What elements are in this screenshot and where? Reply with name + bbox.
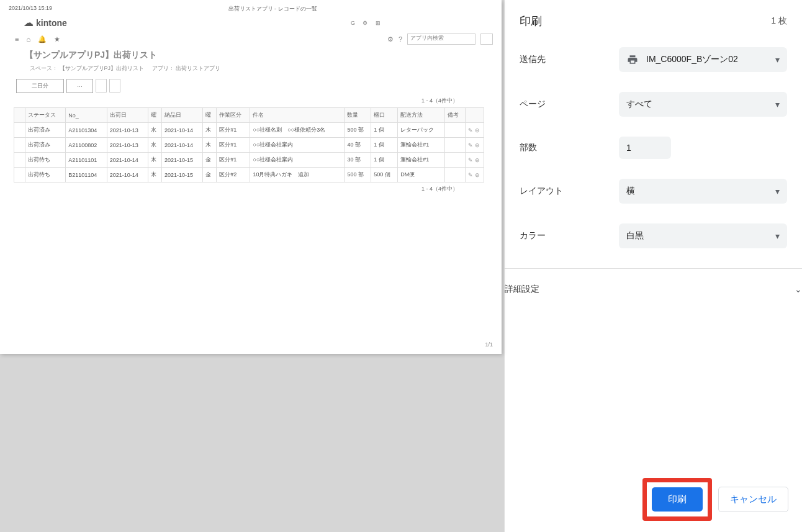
row-actions: ✎ ⊖ bbox=[466, 123, 484, 138]
pages-value: すべて bbox=[626, 99, 775, 110]
table-header: No_ bbox=[66, 108, 107, 123]
filter-small-btn-2 bbox=[109, 79, 120, 92]
table-header: 数量 bbox=[345, 108, 371, 123]
brand-name: kintone bbox=[36, 18, 67, 28]
color-select[interactable]: 白黒 ▾ bbox=[619, 223, 787, 248]
color-value: 白黒 bbox=[626, 230, 775, 241]
preview-page-number: 1/1 bbox=[485, 341, 493, 348]
home-icon: ⌂ bbox=[26, 35, 30, 43]
gear-icon: ⚙ bbox=[387, 35, 394, 43]
chevron-down-icon: ▾ bbox=[775, 99, 780, 109]
search-input: アプリ内検索 bbox=[407, 34, 475, 45]
pages-label: ページ bbox=[520, 99, 619, 110]
star-icon: ★ bbox=[54, 35, 60, 43]
table-row: 出荷待ちA211011012021-10-14木2021-10-15金区分#1○… bbox=[14, 153, 484, 168]
row-actions: ✎ ⊖ bbox=[466, 153, 484, 168]
bell-icon: 🔔 bbox=[38, 35, 47, 43]
help-icon: ? bbox=[399, 35, 402, 43]
destination-label: 送信先 bbox=[520, 54, 619, 65]
table-header: 備考 bbox=[445, 108, 466, 123]
table-header: 梱口 bbox=[371, 108, 398, 123]
chevron-down-icon: ▾ bbox=[775, 231, 780, 241]
table-header: 件名 bbox=[250, 108, 345, 123]
record-count-bottom: 1 - 4（4件中） bbox=[0, 183, 502, 193]
record-count-top: 1 - 4（4件中） bbox=[0, 93, 502, 106]
layout-label: レイアウト bbox=[520, 186, 619, 197]
table-header: ステータス bbox=[25, 108, 66, 123]
destination-value: IM_C6000F_Bゾーン02 bbox=[646, 54, 775, 65]
table-row: 出荷済みA211008022021-10-13水2021-10-14木区分#1○… bbox=[14, 138, 484, 153]
table-header: 出荷日 bbox=[107, 108, 148, 123]
print-preview-area: 2021/10/13 15:19 出荷リストアプリ - レコードの一覧 ☁ ki… bbox=[0, 0, 504, 532]
advanced-label: 詳細設定 bbox=[505, 284, 539, 295]
chevron-down-icon: ▾ bbox=[775, 55, 780, 65]
row-actions: ✎ ⊖ bbox=[466, 168, 484, 183]
destination-select[interactable]: IM_C6000F_Bゾーン02 ▾ bbox=[619, 47, 787, 72]
preview-doc-title: 出荷リストアプリ - レコードの一覧 bbox=[228, 5, 317, 13]
advanced-settings-toggle[interactable]: 詳細設定 ⌄ bbox=[505, 284, 802, 295]
dialog-page-count: 1 枚 bbox=[771, 16, 787, 27]
table-row: 出荷待ちB211011042021-10-14木2021-10-15金区分#21… bbox=[14, 168, 484, 183]
highlight-annotation: 印刷 bbox=[642, 478, 712, 521]
menu-icon: ≡ bbox=[15, 35, 19, 43]
filter-small-btn-1 bbox=[96, 79, 107, 92]
layout-select[interactable]: 横 ▾ bbox=[619, 179, 787, 204]
row-actions: ✎ ⊖ bbox=[466, 138, 484, 153]
page-title: 【サンプルアプリPJ】出荷リスト bbox=[0, 45, 502, 61]
breadcrumb: スペース： 【サンプルアプリPJ】出荷リスト アプリ： 出荷リストアプリ bbox=[0, 61, 502, 73]
table-header: 納品日 bbox=[161, 108, 202, 123]
dialog-title: 印刷 bbox=[520, 14, 542, 29]
header-small-icons: G ⚙ ⊞ bbox=[351, 20, 384, 26]
table-header: 曜 bbox=[148, 108, 162, 123]
brand-logo-icon: ☁ bbox=[24, 17, 34, 29]
table-row: 出荷済みA211013042021-10-13水2021-10-14木区分#1○… bbox=[14, 123, 484, 138]
print-dialog: 印刷 1 枚 送信先 IM_C6000F_Bゾーン02 ▾ ページ すべて bbox=[504, 0, 802, 532]
table-header: 曜 bbox=[203, 108, 217, 123]
layout-value: 横 bbox=[626, 186, 775, 197]
copies-input[interactable] bbox=[619, 137, 671, 159]
table-header: 作業区分 bbox=[217, 108, 250, 123]
data-table: ステータスNo_出荷日曜納品日曜作業区分件名数量梱口配送方法備考 出荷済みA21… bbox=[14, 107, 484, 183]
filter-dropdown: … bbox=[66, 79, 93, 93]
cancel-button[interactable]: キャンセル bbox=[718, 487, 788, 512]
chevron-down-icon: ⌄ bbox=[795, 284, 802, 294]
copies-label: 部数 bbox=[520, 142, 619, 153]
print-button[interactable]: 印刷 bbox=[652, 487, 703, 512]
search-button bbox=[480, 34, 493, 45]
pages-select[interactable]: すべて ▾ bbox=[619, 92, 787, 117]
printer-icon bbox=[626, 54, 639, 65]
preview-page: 2021/10/13 15:19 出荷リストアプリ - レコードの一覧 ☁ ki… bbox=[0, 0, 502, 354]
table-header: 配送方法 bbox=[398, 108, 445, 123]
color-label: カラー bbox=[520, 230, 619, 241]
chevron-down-icon: ▾ bbox=[775, 186, 780, 196]
filter-view-button: 二日分 bbox=[16, 79, 64, 93]
preview-timestamp: 2021/10/13 15:19 bbox=[9, 5, 52, 13]
